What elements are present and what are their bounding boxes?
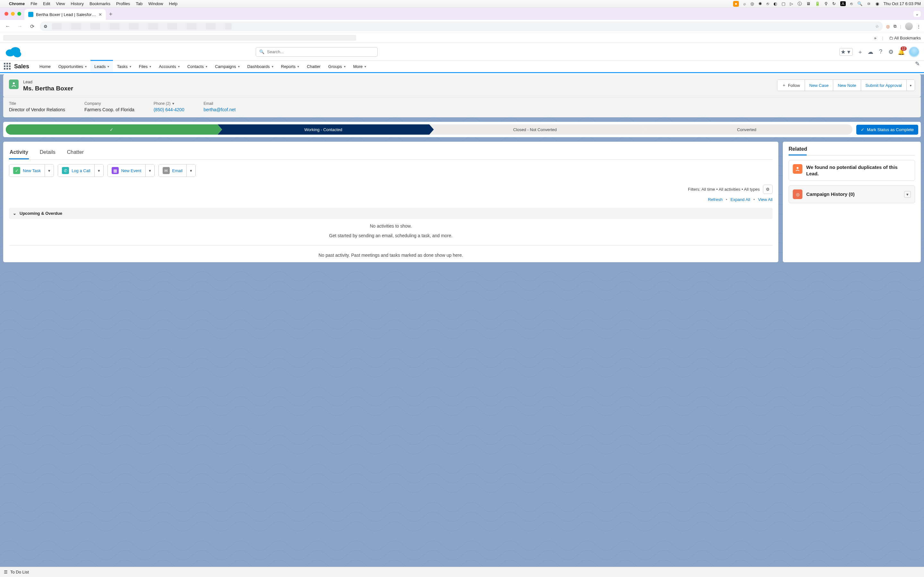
status-icon[interactable]: ▢ [782,1,785,6]
new-event-button[interactable]: ▦New Event [108,164,145,177]
path-stage[interactable]: Converted [641,124,853,135]
chevron-down-icon[interactable]: ▾ [107,65,109,68]
global-actions-icon[interactable]: ＋ [857,49,863,55]
chrome-menu-button[interactable]: ⋮ [917,24,921,29]
setup-gear-icon[interactable]: ⚙ [888,49,894,55]
new-task-button[interactable]: ✓New Task [9,164,45,177]
timeline-settings-button[interactable]: ⚙ [763,185,772,194]
favorites-button[interactable]: ★▾ [839,48,853,56]
email-button[interactable]: ✉Email [159,164,187,177]
status-icon[interactable]: A [840,1,846,6]
nav-tab-more[interactable]: More▾ [349,61,370,72]
browser-tab[interactable]: Bertha Boxer | Lead | Salesfor… ✕ [24,9,106,20]
chevron-down-icon[interactable]: ▾ [238,65,240,68]
bluetooth-icon[interactable]: ⎋ [850,1,853,6]
status-icon[interactable]: ⓘ [798,1,802,7]
nav-tab-groups[interactable]: Groups▾ [325,61,349,72]
nav-tab-files[interactable]: Files▾ [135,61,155,72]
nav-tab-dashboards[interactable]: Dashboards▾ [244,61,277,72]
extension-icon[interactable]: ◎ [886,24,890,29]
siri-icon[interactable]: ◉ [876,1,879,6]
tab-overflow-button[interactable]: ⌄ [913,11,921,17]
all-bookmarks-button[interactable]: 🗀 All Bookmarks [889,35,921,40]
menu-profiles[interactable]: Profiles [116,1,130,6]
upcoming-overdue-section[interactable]: ⌄Upcoming & Overdue [9,208,772,219]
status-icon[interactable]: ▷ [790,1,793,6]
field-label-phone[interactable]: Phone (2)▾ [153,101,184,106]
chevron-down-icon[interactable]: ▾ [150,65,151,68]
expand-all-link[interactable]: Expand All [730,197,750,202]
field-value-email[interactable]: bertha@fcof.net [204,107,236,112]
campaign-menu-button[interactable]: ▾ [904,191,911,198]
more-actions-button[interactable]: ▾ [907,80,915,91]
path-stage-complete[interactable]: ✓ [6,124,218,135]
chevron-down-icon[interactable]: ▾ [206,65,207,68]
tab-activity[interactable]: Activity [9,146,29,159]
profile-avatar[interactable] [905,23,913,30]
menu-help[interactable]: Help [169,1,178,6]
maximize-window-icon[interactable] [17,12,21,16]
nav-tab-tasks[interactable]: Tasks▾ [113,61,135,72]
new-event-menu[interactable]: ▾ [145,164,154,177]
global-search-input[interactable]: 🔍 Search... [256,47,378,57]
campaign-history-card[interactable]: ◎ Campaign History (0) ▾ [788,185,915,203]
bookmark-star-icon[interactable]: ☆ [875,24,879,29]
status-icon[interactable]: ↻ [832,1,836,6]
minimize-window-icon[interactable] [11,12,15,16]
chevron-down-icon[interactable]: ▾ [129,65,131,68]
menu-tab[interactable]: Tab [136,1,142,6]
menubar-clock[interactable]: Thu Oct 17 6:03 PM [884,1,921,6]
follow-button[interactable]: ＋Follow [777,80,805,91]
site-info-icon[interactable]: ⚙ [44,24,47,29]
status-icon[interactable]: ✺ [758,1,762,6]
address-bar[interactable]: ⚙ ☆ [40,21,883,31]
new-task-menu[interactable]: ▾ [45,164,53,177]
new-case-button[interactable]: New Case [805,80,834,91]
nav-tab-chatter[interactable]: Chatter [303,61,325,72]
help-icon[interactable]: ? [878,49,884,55]
salesforce-logo-icon[interactable] [5,46,23,58]
notifications-bell-icon[interactable]: 🔔12 [898,49,904,55]
menu-view[interactable]: View [56,1,65,6]
chevron-down-icon[interactable]: ▾ [344,65,346,68]
field-value-phone[interactable]: (850) 644-4200 [153,107,184,112]
submit-approval-button[interactable]: Submit for Approval [861,80,907,91]
view-all-link[interactable]: View All [758,197,772,202]
display-icon[interactable]: 🖥 [806,1,811,6]
path-stage-current[interactable]: Working - Contacted [218,124,429,135]
menu-edit[interactable]: Edit [43,1,50,6]
new-tab-button[interactable]: ＋ [108,10,113,18]
nav-tab-contacts[interactable]: Contacts▾ [184,61,211,72]
user-avatar[interactable] [909,47,919,57]
nav-tab-campaigns[interactable]: Campaigns▾ [211,61,244,72]
menubar-app[interactable]: Chrome [9,1,25,6]
wifi-icon[interactable]: ⚲ [825,1,828,6]
salesforce-help-icon[interactable]: ☁ [867,49,873,55]
nav-tab-home[interactable]: Home [36,61,55,72]
status-icon[interactable]: ◎ [750,1,754,6]
control-center-icon[interactable]: ⛭ [867,1,871,6]
back-button[interactable]: ← [3,23,12,29]
extensions-button[interactable]: ⧉ [893,24,897,29]
status-icon[interactable]: ⌕ [743,1,746,6]
battery-icon[interactable]: 🔋 [815,1,820,6]
refresh-link[interactable]: Refresh [708,197,723,202]
menu-bookmarks[interactable]: Bookmarks [89,1,110,6]
email-menu[interactable]: ▾ [186,164,195,177]
close-window-icon[interactable] [5,12,8,16]
bookmarks-overflow-icon[interactable]: » [874,35,876,40]
chevron-down-icon[interactable]: ▾ [297,65,299,68]
menu-file[interactable]: File [31,1,37,6]
chevron-down-icon[interactable]: ▾ [178,65,180,68]
edit-nav-icon[interactable]: ✎ [914,61,920,67]
menu-window[interactable]: Window [148,1,163,6]
app-launcher-icon[interactable] [4,63,11,71]
nav-tab-reports[interactable]: Reports▾ [277,61,303,72]
mark-status-complete-button[interactable]: ✓Mark Status as Complete [856,125,918,135]
nav-tab-opportunities[interactable]: Opportunities▾ [55,61,90,72]
tab-details[interactable]: Details [39,146,56,159]
chevron-down-icon[interactable]: ▾ [85,65,87,68]
reload-button[interactable]: ⟳ [27,23,37,29]
status-icon[interactable]: ⎋ [766,1,769,6]
log-call-menu[interactable]: ▾ [94,164,103,177]
